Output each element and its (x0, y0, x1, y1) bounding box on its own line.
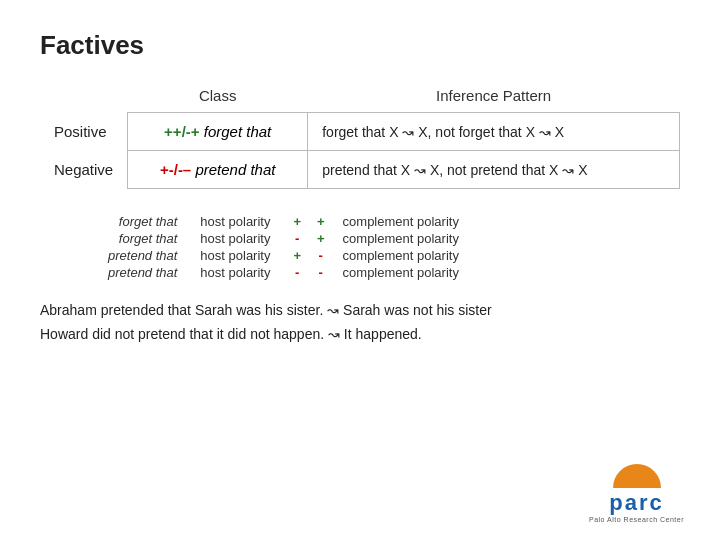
page-container: Factives Class Inference Pattern Positiv… (0, 0, 720, 540)
positive-word: forget that (204, 123, 272, 140)
negative-word: pretend that (195, 161, 275, 178)
detail-comp-1: complement polarity (333, 213, 467, 230)
parc-arc-graphic (613, 464, 661, 488)
detail-row: forget that host polarity - + complement… (100, 230, 467, 247)
positive-label: Positive (40, 113, 128, 151)
detail-section: forget that host polarity + + complement… (100, 213, 680, 281)
detail-sign2-3: - (309, 247, 333, 264)
detail-sign1-1: + (285, 213, 309, 230)
parc-logo-subtext: Palo Alto Research Center (589, 516, 684, 524)
positive-class: ++/-+ forget that (128, 113, 308, 151)
detail-sign1-3: + (285, 247, 309, 264)
detail-sign2-1: + (309, 213, 333, 230)
detail-host-3: host polarity (185, 247, 285, 264)
negative-prefix: +-/-– (160, 161, 191, 178)
detail-comp-4: complement polarity (333, 264, 467, 281)
main-table: Class Inference Pattern Positive ++/-+ f… (40, 83, 680, 189)
parc-logo-text: parc (609, 490, 663, 516)
table-row: Positive ++/-+ forget that forget that X… (40, 113, 680, 151)
detail-word-1: forget that (100, 213, 185, 230)
positive-inference: forget that X ↝ X, not forget that X ↝ X (308, 113, 680, 151)
detail-comp-3: complement polarity (333, 247, 467, 264)
page-title: Factives (40, 30, 680, 61)
detail-sign2-4: - (309, 264, 333, 281)
negative-label: Negative (40, 151, 128, 189)
positive-prefix: ++/-+ (164, 123, 199, 140)
negative-class: +-/-– pretend that (128, 151, 308, 189)
sentence-2: Howard did not pretend that it did not h… (40, 323, 680, 347)
detail-sign1-4: - (285, 264, 309, 281)
detail-comp-2: complement polarity (333, 230, 467, 247)
parc-logo: parc Palo Alto Research Center (589, 464, 684, 524)
sentence-1: Abraham pretended that Sarah was his sis… (40, 299, 680, 323)
detail-table: forget that host polarity + + complement… (100, 213, 467, 281)
detail-host-2: host polarity (185, 230, 285, 247)
detail-word-2: forget that (100, 230, 185, 247)
detail-sign1-2: - (285, 230, 309, 247)
table-row: Negative +-/-– pretend that pretend that… (40, 151, 680, 189)
detail-host-4: host polarity (185, 264, 285, 281)
detail-row: forget that host polarity + + complement… (100, 213, 467, 230)
sentences-section: Abraham pretended that Sarah was his sis… (40, 299, 680, 347)
detail-word-4: pretend that (100, 264, 185, 281)
detail-word-3: pretend that (100, 247, 185, 264)
detail-host-1: host polarity (185, 213, 285, 230)
detail-row: pretend that host polarity + - complemen… (100, 247, 467, 264)
detail-sign2-2: + (309, 230, 333, 247)
negative-inference: pretend that X ↝ X, not pretend that X ↝… (308, 151, 680, 189)
col-inference-header: Inference Pattern (308, 83, 680, 113)
col-class-header: Class (128, 83, 308, 113)
detail-row: pretend that host polarity - - complemen… (100, 264, 467, 281)
